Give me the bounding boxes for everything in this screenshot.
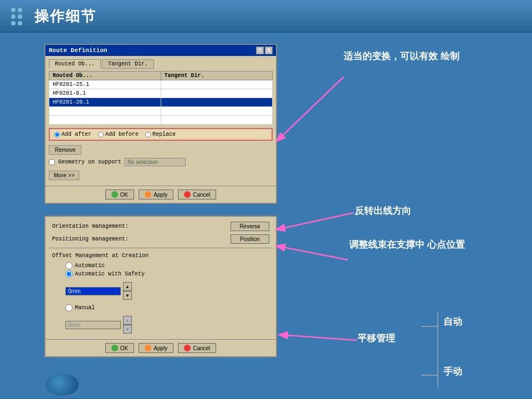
- tab-routed-objects[interactable]: Routed Ob...: [49, 59, 101, 69]
- ok-button-top[interactable]: OK: [105, 190, 134, 200]
- apply-button-top[interactable]: Apply: [139, 190, 173, 200]
- table-row-selected[interactable]: HF0201-20.1: [49, 98, 273, 107]
- add-mode-radio-group: Add after Add before Replace: [49, 128, 273, 141]
- radio-add-after-label: Add after: [62, 131, 91, 137]
- radio-automatic-row: Automatic: [65, 262, 256, 269]
- selection-input[interactable]: [125, 158, 186, 166]
- dot-4: [18, 14, 22, 19]
- cancel-button-bottom[interactable]: Cancel: [178, 343, 216, 353]
- annotation-translate: 平移管理: [357, 332, 395, 345]
- annotation-top-right: 适当的变换，可以有效 绘制: [344, 49, 459, 64]
- cancel-icon-top: [184, 191, 191, 198]
- cell-td2: [161, 89, 273, 98]
- col-header-tangent: Tangent Dir.: [161, 71, 273, 80]
- reverse-button[interactable]: Reverse: [231, 222, 269, 231]
- dot-5: [11, 21, 16, 25]
- apply-label-bottom: Apply: [154, 345, 167, 351]
- cell-td1: [161, 80, 273, 89]
- cell-hf0201-8: HF0201-8.1: [49, 89, 161, 98]
- header: 操作细节: [0, 0, 532, 33]
- close-button[interactable]: X: [265, 47, 273, 54]
- orientation-label: Orientation management:: [52, 223, 129, 229]
- radio-replace-label: Replace: [152, 131, 176, 137]
- radio-add-before[interactable]: Add before: [98, 131, 139, 137]
- manual-input-row: ▲ ▼: [49, 315, 273, 335]
- geometry-support-row: Geometry on support: [49, 158, 273, 166]
- annotation-adjust: 调整线束在支撑中 心点位置: [349, 238, 465, 252]
- cancel-button-top[interactable]: Cancel: [178, 190, 216, 200]
- dot-3: [11, 14, 16, 19]
- radio-manual-label: Manual: [75, 305, 95, 311]
- spin-down-btn-2: ▼: [123, 325, 132, 334]
- dialog-bottom-buttons: OK Apply Cancel: [45, 339, 276, 356]
- spin-down-btn[interactable]: ▼: [123, 291, 132, 300]
- apply-button-bottom[interactable]: Apply: [139, 343, 173, 353]
- spin-up-btn[interactable]: ▲: [123, 282, 132, 291]
- positioning-label: Positioning management:: [52, 236, 129, 242]
- separator-1: [49, 248, 273, 248]
- dot-2: [18, 8, 22, 12]
- table-row[interactable]: HF0201-25.1: [49, 80, 273, 89]
- remove-button[interactable]: Remove: [49, 145, 81, 155]
- position-button[interactable]: Position: [231, 234, 269, 244]
- apply-icon-bottom: [145, 345, 151, 351]
- more-button[interactable]: More >>: [49, 171, 79, 180]
- cancel-label-bottom: Cancel: [193, 345, 210, 351]
- offset-radio-group: Automatic Automatic with Safety: [49, 260, 273, 280]
- route-table: Routed Ob... Tangent Dir. HF0201-25.1 HF…: [49, 71, 273, 125]
- manual-input: [65, 321, 121, 329]
- dialog-bottom-body: Orientation management: Reverse Position…: [45, 217, 276, 339]
- table-row-empty-1: [49, 107, 273, 116]
- header-decoration: [11, 8, 28, 25]
- radio-auto-safety[interactable]: [65, 270, 73, 278]
- dialog-top-buttons: OK Apply Cancel: [45, 186, 276, 203]
- radio-manual-row: Manual: [65, 304, 256, 311]
- radio-add-before-label: Add before: [105, 131, 139, 137]
- cell-hf0201-25: HF0201-25.1: [49, 80, 161, 89]
- auto-safety-input-row: ▲ ▼: [49, 281, 273, 301]
- geometry-support-checkbox[interactable]: [49, 159, 55, 165]
- svg-line-2: [277, 246, 348, 260]
- apply-icon-top: [145, 191, 151, 198]
- cell-hf0201-20: HF0201-20.1: [49, 98, 161, 107]
- dialog-top-titlebar: Route Definition ? X: [45, 45, 276, 56]
- annotation-reverse: 反转出线方向: [355, 204, 411, 218]
- radio-auto-safety-label: Automatic with Safety: [75, 271, 145, 277]
- radio-auto-safety-row: Automatic with Safety: [65, 270, 256, 278]
- radio-automatic-label: Automatic: [75, 263, 105, 269]
- radio-automatic[interactable]: [65, 262, 73, 269]
- svg-line-3: [280, 335, 357, 340]
- orientation-row: Orientation management: Reverse: [49, 220, 273, 233]
- svg-line-0: [277, 77, 344, 141]
- dot-6: [18, 21, 22, 25]
- geometry-support-label: Geometry on support: [58, 159, 121, 165]
- cancel-icon-bottom: [184, 345, 191, 351]
- radio-replace[interactable]: Replace: [145, 131, 176, 137]
- radio-add-after[interactable]: Add after: [54, 131, 91, 137]
- dialog-top-title: Route Definition: [49, 47, 108, 54]
- cell-td3: [161, 98, 273, 107]
- page-title: 操作细节: [34, 7, 96, 26]
- table-row-empty-2: [49, 116, 273, 125]
- radio-manual[interactable]: [65, 304, 73, 311]
- ok-label-top: OK: [120, 192, 128, 198]
- tab-tangent-dir[interactable]: Tangent Dir.: [102, 59, 154, 69]
- table-body: HF0201-25.1 HF0201-8.1 HF0201-20.1: [49, 80, 273, 125]
- table-row[interactable]: HF0201-8.1: [49, 89, 273, 98]
- ok-icon-top: [111, 191, 118, 198]
- auto-safety-input[interactable]: [65, 287, 121, 295]
- help-button[interactable]: ?: [256, 47, 264, 54]
- dialog-top-body: Routed Ob... Tangent Dir. Routed Ob... T…: [45, 56, 276, 186]
- offset-management-dialog: Orientation management: Reverse Position…: [44, 216, 277, 357]
- annotation-manual: 手动: [443, 365, 462, 378]
- col-header-routed: Routed Ob...: [49, 71, 161, 80]
- apply-label-top: Apply: [154, 192, 167, 198]
- spin-up-btn-2: ▲: [123, 316, 132, 325]
- positioning-row: Positioning management: Position: [49, 233, 273, 245]
- route-definition-dialog: Route Definition ? X Routed Ob... Tangen…: [44, 44, 277, 204]
- offset-section-title: Offset Management at Creation: [49, 250, 273, 260]
- ok-button-bottom[interactable]: OK: [105, 343, 134, 353]
- ok-icon-bottom: [111, 345, 118, 351]
- annotation-auto: 自动: [443, 315, 462, 329]
- cancel-label-top: Cancel: [193, 192, 210, 198]
